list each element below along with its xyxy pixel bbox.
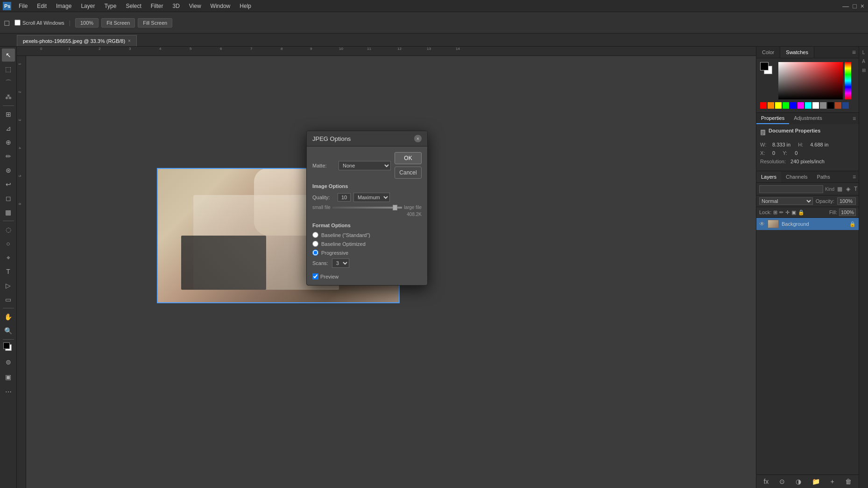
swatch-black[interactable]	[827, 102, 834, 109]
layers-kind-filter[interactable]	[759, 185, 823, 193]
menu-3d[interactable]: 3D	[168, 0, 184, 12]
dodge-tool[interactable]: ○	[2, 237, 15, 250]
baseline-standard-radio[interactable]	[312, 232, 318, 238]
layers-panel-menu-icon[interactable]: ≡	[853, 174, 856, 180]
baseline-standard-label[interactable]: Baseline ("Standard")	[321, 232, 370, 238]
pen-tool[interactable]: ⌖	[2, 251, 15, 264]
layer-visibility-icon[interactable]: 👁	[759, 221, 765, 227]
brush-tool[interactable]: ✏	[2, 150, 15, 163]
swatch-brown[interactable]	[835, 102, 841, 109]
fit-screen-button[interactable]: Fit Screen	[101, 18, 135, 28]
cancel-button[interactable]: Cancel	[395, 167, 422, 179]
opacity-input[interactable]	[837, 197, 856, 205]
fill-input[interactable]	[839, 209, 856, 216]
tab-close-button[interactable]: ×	[128, 38, 131, 43]
tab-adjustments[interactable]: Adjustments	[789, 113, 827, 124]
menu-layer[interactable]: Layer	[76, 0, 99, 12]
move-tool[interactable]: ↖	[2, 49, 15, 62]
progressive-label[interactable]: Progressive	[321, 250, 348, 256]
libraries-icon[interactable]: L	[860, 49, 868, 56]
swatch-white[interactable]	[812, 102, 819, 109]
path-selection-tool[interactable]: ▷	[2, 279, 15, 292]
delete-layer-button[interactable]: 🗑	[843, 477, 854, 486]
maximize-button[interactable]: □	[853, 2, 856, 10]
menu-help[interactable]: Help	[235, 0, 256, 12]
tab-swatches[interactable]: Swatches	[780, 47, 814, 58]
zoom-button[interactable]: 100%	[75, 18, 99, 28]
layer-item-background[interactable]: 👁 Background 🔒	[756, 218, 859, 230]
document-tab[interactable]: pexels-photo-196655.jpeg @ 33.3% (RGB/8)…	[17, 35, 137, 46]
shape-tool[interactable]: ▭	[2, 293, 15, 306]
lasso-tool[interactable]: ⌒	[2, 77, 15, 90]
foreground-color-box[interactable]	[760, 62, 769, 70]
filter-adjust-icon[interactable]: ◈	[845, 185, 851, 193]
filter-pixel-icon[interactable]: ▦	[836, 185, 843, 193]
menu-image[interactable]: Image	[51, 0, 76, 12]
color-gradient[interactable]	[778, 62, 843, 99]
swatch-green[interactable]	[783, 102, 789, 109]
eraser-tool[interactable]: ◻	[2, 192, 15, 205]
progressive-radio[interactable]	[312, 250, 318, 256]
quality-slider-track[interactable]	[332, 207, 402, 209]
menu-edit[interactable]: Edit	[32, 0, 51, 12]
scroll-all-checkbox-label[interactable]: Scroll All Windows	[14, 20, 64, 26]
hue-strip[interactable]	[845, 62, 851, 99]
quality-input[interactable]	[338, 193, 351, 202]
tools-toggle-icon[interactable]: ⊞	[860, 66, 868, 74]
blend-mode-select[interactable]: Normal	[759, 197, 813, 205]
properties-toggle-icon[interactable]: A	[860, 57, 868, 65]
scroll-all-checkbox[interactable]	[14, 20, 21, 26]
lock-transparent-icon[interactable]: ⊞	[773, 209, 777, 216]
add-mask-button[interactable]: ⊙	[777, 477, 787, 486]
selection-tool[interactable]: ⬚	[2, 63, 15, 76]
foreground-color-swatch[interactable]	[3, 342, 10, 349]
tab-properties[interactable]: Properties	[756, 113, 789, 124]
new-group-button[interactable]: 📁	[810, 477, 822, 486]
swatch-red[interactable]	[760, 102, 767, 109]
menu-filter[interactable]: Filter	[146, 0, 168, 12]
swatch-magenta[interactable]	[797, 102, 804, 109]
hand-tool[interactable]: ✋	[2, 310, 15, 323]
crop-tool[interactable]: ⊞	[2, 108, 15, 121]
new-adjustment-button[interactable]: ◑	[794, 477, 803, 486]
scans-select[interactable]: 3 4 5	[332, 258, 349, 268]
tab-paths[interactable]: Paths	[812, 171, 835, 182]
fill-screen-button[interactable]: Fill Screen	[138, 18, 172, 28]
baseline-optimized-radio[interactable]	[312, 241, 318, 247]
filter-type-icon[interactable]: T	[853, 185, 858, 193]
add-fx-button[interactable]: fx	[762, 477, 770, 486]
tab-channels[interactable]: Channels	[781, 171, 812, 182]
swatch-yellow[interactable]	[775, 102, 782, 109]
color-panel-menu-icon[interactable]: ≡	[852, 49, 856, 56]
lock-position-icon[interactable]: ✛	[785, 209, 790, 216]
new-layer-button[interactable]: +	[829, 477, 836, 486]
preview-label[interactable]: Preview	[320, 274, 339, 279]
menu-view[interactable]: View	[184, 0, 206, 12]
eyedropper-tool[interactable]: ⊿	[2, 122, 15, 135]
preview-checkbox[interactable]	[312, 273, 318, 279]
menu-file[interactable]: File	[14, 0, 32, 12]
close-button[interactable]: ×	[861, 2, 864, 10]
apps-toggle[interactable]: ⋯	[2, 385, 15, 398]
blur-tool[interactable]: ◌	[2, 223, 15, 236]
ok-button[interactable]: OK	[395, 152, 422, 164]
quality-preset-select[interactable]: Maximum	[353, 193, 390, 202]
screen-mode-toggle[interactable]: ▣	[2, 370, 15, 383]
swatch-gray[interactable]	[820, 102, 826, 109]
magic-wand-tool[interactable]: ⁂	[2, 91, 15, 104]
lock-artboard-icon[interactable]: ▣	[791, 209, 796, 216]
swatch-blue[interactable]	[790, 102, 797, 109]
lock-all-icon[interactable]: 🔒	[798, 209, 804, 216]
tab-color[interactable]: Color	[756, 47, 780, 58]
history-brush[interactable]: ↩	[2, 178, 15, 191]
lock-image-icon[interactable]: ✏	[779, 209, 783, 216]
clone-tool[interactable]: ⊛	[2, 164, 15, 177]
quick-mask-toggle[interactable]: ⊚	[2, 356, 15, 369]
baseline-optimized-label[interactable]: Baseline Optimized	[321, 241, 366, 247]
quality-slider-thumb[interactable]	[393, 205, 397, 210]
gradient-tool[interactable]: ▦	[2, 206, 15, 219]
matte-select[interactable]: None	[339, 161, 391, 170]
menu-window[interactable]: Window	[206, 0, 235, 12]
tab-layers[interactable]: Layers	[756, 171, 781, 182]
zoom-tool[interactable]: 🔍	[2, 324, 15, 337]
